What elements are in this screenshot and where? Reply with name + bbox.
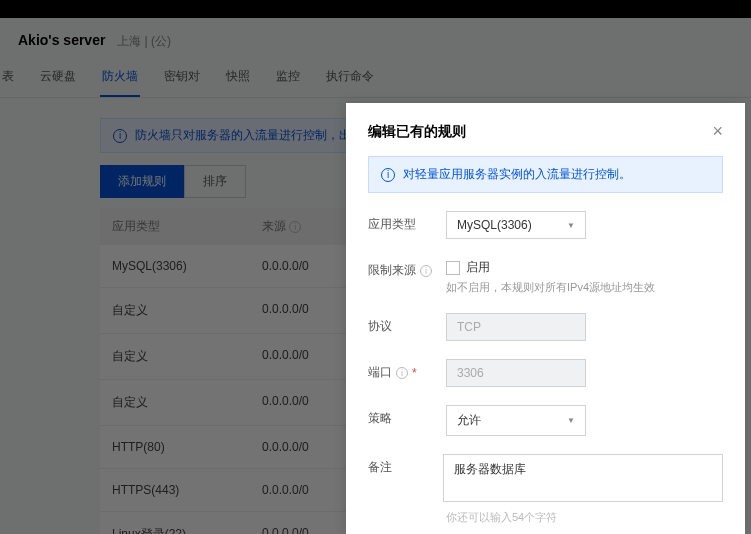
row-remark: 备注 服务器数据库 bbox=[368, 454, 723, 502]
port-input: 3306 bbox=[446, 359, 586, 387]
enable-checkbox[interactable] bbox=[446, 261, 460, 275]
label-app-type: 应用类型 bbox=[368, 211, 446, 233]
modal-title-text: 编辑已有的规则 bbox=[368, 123, 466, 141]
edit-rule-modal: 编辑已有的规则 × i 对轻量应用服务器实例的入流量进行控制。 应用类型 MyS… bbox=[346, 103, 745, 534]
help-icon[interactable]: i bbox=[396, 367, 408, 379]
remark-input[interactable]: 服务器数据库 bbox=[443, 454, 723, 502]
modal-notice-text: 对轻量应用服务器实例的入流量进行控制。 bbox=[403, 166, 631, 183]
source-hint: 如不启用，本规则对所有IPv4源地址均生效 bbox=[446, 280, 723, 295]
policy-select[interactable]: 允许 ▼ bbox=[446, 405, 586, 436]
row-port: 端口 i * 3306 bbox=[368, 359, 723, 387]
row-source-limit: 限制来源 i 启用 如不启用，本规则对所有IPv4源地址均生效 bbox=[368, 257, 723, 295]
label-policy: 策略 bbox=[368, 405, 446, 427]
chevron-down-icon: ▼ bbox=[567, 221, 575, 230]
label-protocol: 协议 bbox=[368, 313, 446, 335]
row-protocol: 协议 TCP bbox=[368, 313, 723, 341]
remark-value: 服务器数据库 bbox=[454, 462, 526, 476]
app-type-select[interactable]: MySQL(3306) ▼ bbox=[446, 211, 586, 239]
modal-header: 编辑已有的规则 × bbox=[368, 121, 723, 142]
required-mark: * bbox=[412, 366, 417, 380]
enable-checkbox-row[interactable]: 启用 bbox=[446, 257, 723, 276]
policy-value: 允许 bbox=[457, 412, 481, 429]
label-port: 端口 i * bbox=[368, 359, 446, 381]
help-icon[interactable]: i bbox=[420, 265, 432, 277]
modal-notice: i 对轻量应用服务器实例的入流量进行控制。 bbox=[368, 156, 723, 193]
row-policy: 策略 允许 ▼ bbox=[368, 405, 723, 436]
protocol-input: TCP bbox=[446, 313, 586, 341]
label-remark: 备注 bbox=[368, 454, 443, 476]
protocol-value: TCP bbox=[457, 320, 481, 334]
chevron-down-icon: ▼ bbox=[567, 416, 575, 425]
label-source-limit: 限制来源 i bbox=[368, 257, 446, 279]
app-type-value: MySQL(3306) bbox=[457, 218, 532, 232]
enable-label: 启用 bbox=[466, 259, 490, 276]
row-app-type: 应用类型 MySQL(3306) ▼ bbox=[368, 211, 723, 239]
port-value: 3306 bbox=[457, 366, 484, 380]
info-icon: i bbox=[381, 168, 395, 182]
close-icon[interactable]: × bbox=[712, 121, 723, 142]
char-count-hint: 你还可以输入54个字符 bbox=[368, 510, 723, 525]
